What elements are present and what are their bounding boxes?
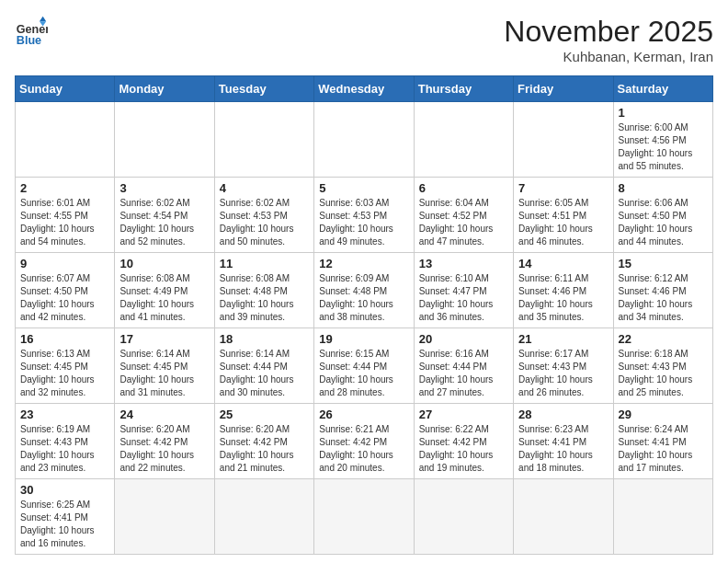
calendar-cell	[414, 102, 513, 178]
calendar-cell: 22Sunrise: 6:18 AM Sunset: 4:43 PM Dayli…	[613, 328, 712, 404]
day-info: Sunrise: 6:22 AM Sunset: 4:42 PM Dayligh…	[419, 423, 508, 475]
calendar-cell: 3Sunrise: 6:02 AM Sunset: 4:54 PM Daylig…	[115, 178, 214, 253]
calendar-week-row: 30Sunrise: 6:25 AM Sunset: 4:41 PM Dayli…	[16, 479, 713, 555]
day-number: 4	[220, 181, 309, 195]
day-number: 1	[619, 106, 708, 120]
calendar-cell: 21Sunrise: 6:17 AM Sunset: 4:43 PM Dayli…	[514, 328, 613, 404]
calendar-table: SundayMondayTuesdayWednesdayThursdayFrid…	[15, 75, 713, 555]
day-number: 6	[419, 181, 508, 195]
calendar-week-row: 2Sunrise: 6:01 AM Sunset: 4:55 PM Daylig…	[16, 178, 713, 253]
month-title: November 2025	[504, 15, 713, 49]
day-info: Sunrise: 6:20 AM Sunset: 4:42 PM Dayligh…	[119, 423, 209, 475]
calendar-cell: 1Sunrise: 6:00 AM Sunset: 4:56 PM Daylig…	[613, 102, 712, 178]
day-number: 13	[419, 257, 508, 270]
day-number: 3	[119, 181, 209, 195]
day-number: 30	[20, 483, 109, 497]
calendar-cell: 15Sunrise: 6:12 AM Sunset: 4:46 PM Dayli…	[613, 253, 712, 328]
day-number: 11	[220, 257, 309, 270]
calendar-cell	[214, 102, 313, 178]
day-number: 21	[518, 332, 608, 346]
day-info: Sunrise: 6:10 AM Sunset: 4:47 PM Dayligh…	[419, 272, 508, 324]
day-info: Sunrise: 6:14 AM Sunset: 4:45 PM Dayligh…	[119, 348, 209, 399]
day-info: Sunrise: 6:07 AM Sunset: 4:50 PM Dayligh…	[20, 272, 109, 324]
day-info: Sunrise: 6:14 AM Sunset: 4:44 PM Dayligh…	[220, 348, 309, 399]
day-info: Sunrise: 6:04 AM Sunset: 4:52 PM Dayligh…	[419, 197, 508, 248]
day-info: Sunrise: 6:13 AM Sunset: 4:45 PM Dayligh…	[20, 348, 109, 399]
logo: General Blue	[15, 15, 48, 48]
day-number: 23	[20, 408, 109, 421]
day-number: 10	[119, 257, 209, 270]
calendar-cell: 30Sunrise: 6:25 AM Sunset: 4:41 PM Dayli…	[16, 479, 115, 555]
calendar-week-row: 1Sunrise: 6:00 AM Sunset: 4:56 PM Daylig…	[16, 102, 713, 178]
day-info: Sunrise: 6:06 AM Sunset: 4:50 PM Dayligh…	[619, 197, 708, 248]
day-number: 14	[518, 257, 608, 270]
calendar-cell	[314, 102, 414, 178]
day-info: Sunrise: 6:21 AM Sunset: 4:42 PM Dayligh…	[319, 423, 408, 475]
calendar-cell: 24Sunrise: 6:20 AM Sunset: 4:42 PM Dayli…	[115, 404, 214, 479]
day-info: Sunrise: 6:02 AM Sunset: 4:54 PM Dayligh…	[119, 197, 209, 248]
page-header: General Blue November 2025 Kuhbanan, Ker…	[15, 15, 713, 64]
calendar-cell: 12Sunrise: 6:09 AM Sunset: 4:48 PM Dayli…	[314, 253, 414, 328]
calendar-cell: 14Sunrise: 6:11 AM Sunset: 4:46 PM Dayli…	[514, 253, 613, 328]
day-info: Sunrise: 6:16 AM Sunset: 4:44 PM Dayligh…	[419, 348, 508, 399]
calendar-cell: 29Sunrise: 6:24 AM Sunset: 4:41 PM Dayli…	[613, 404, 712, 479]
calendar-cell: 10Sunrise: 6:08 AM Sunset: 4:49 PM Dayli…	[115, 253, 214, 328]
day-number: 18	[220, 332, 309, 346]
calendar-cell	[115, 479, 214, 555]
day-number: 24	[119, 408, 209, 421]
calendar-cell	[414, 479, 513, 555]
calendar-cell: 5Sunrise: 6:03 AM Sunset: 4:53 PM Daylig…	[314, 178, 414, 253]
svg-text:Blue: Blue	[17, 34, 41, 47]
calendar-day-header: Sunday	[16, 76, 115, 102]
calendar-cell	[115, 102, 214, 178]
calendar-week-row: 9Sunrise: 6:07 AM Sunset: 4:50 PM Daylig…	[16, 253, 713, 328]
day-info: Sunrise: 6:17 AM Sunset: 4:43 PM Dayligh…	[518, 348, 608, 399]
calendar-cell: 25Sunrise: 6:20 AM Sunset: 4:42 PM Dayli…	[214, 404, 313, 479]
day-number: 29	[619, 408, 708, 421]
calendar-day-header: Wednesday	[314, 76, 414, 102]
day-number: 2	[20, 181, 109, 195]
day-number: 8	[619, 181, 708, 195]
day-number: 25	[220, 408, 309, 421]
day-info: Sunrise: 6:11 AM Sunset: 4:46 PM Dayligh…	[518, 272, 608, 324]
calendar-day-header: Saturday	[613, 76, 712, 102]
day-info: Sunrise: 6:24 AM Sunset: 4:41 PM Dayligh…	[619, 423, 708, 475]
day-info: Sunrise: 6:02 AM Sunset: 4:53 PM Dayligh…	[220, 197, 309, 248]
day-number: 19	[319, 332, 408, 346]
calendar-week-row: 23Sunrise: 6:19 AM Sunset: 4:43 PM Dayli…	[16, 404, 713, 479]
title-block: November 2025 Kuhbanan, Kerman, Iran	[504, 15, 713, 64]
day-number: 17	[119, 332, 209, 346]
day-info: Sunrise: 6:25 AM Sunset: 4:41 PM Dayligh…	[20, 499, 109, 550]
calendar-cell: 20Sunrise: 6:16 AM Sunset: 4:44 PM Dayli…	[414, 328, 513, 404]
day-info: Sunrise: 6:08 AM Sunset: 4:48 PM Dayligh…	[220, 272, 309, 324]
calendar-cell: 26Sunrise: 6:21 AM Sunset: 4:42 PM Dayli…	[314, 404, 414, 479]
calendar-cell: 19Sunrise: 6:15 AM Sunset: 4:44 PM Dayli…	[314, 328, 414, 404]
calendar-cell	[514, 102, 613, 178]
day-number: 22	[619, 332, 708, 346]
calendar-cell: 9Sunrise: 6:07 AM Sunset: 4:50 PM Daylig…	[16, 253, 115, 328]
day-info: Sunrise: 6:19 AM Sunset: 4:43 PM Dayligh…	[20, 423, 109, 475]
day-info: Sunrise: 6:09 AM Sunset: 4:48 PM Dayligh…	[319, 272, 408, 324]
calendar-cell: 11Sunrise: 6:08 AM Sunset: 4:48 PM Dayli…	[214, 253, 313, 328]
calendar-cell: 6Sunrise: 6:04 AM Sunset: 4:52 PM Daylig…	[414, 178, 513, 253]
calendar-header-row: SundayMondayTuesdayWednesdayThursdayFrid…	[16, 76, 713, 102]
day-info: Sunrise: 6:23 AM Sunset: 4:41 PM Dayligh…	[518, 423, 608, 475]
day-info: Sunrise: 6:03 AM Sunset: 4:53 PM Dayligh…	[319, 197, 408, 248]
day-number: 5	[319, 181, 408, 195]
day-number: 15	[619, 257, 708, 270]
day-number: 7	[518, 181, 608, 195]
day-number: 12	[319, 257, 408, 270]
day-number: 27	[419, 408, 508, 421]
day-info: Sunrise: 6:20 AM Sunset: 4:42 PM Dayligh…	[220, 423, 309, 475]
calendar-cell: 2Sunrise: 6:01 AM Sunset: 4:55 PM Daylig…	[16, 178, 115, 253]
calendar-cell: 27Sunrise: 6:22 AM Sunset: 4:42 PM Dayli…	[414, 404, 513, 479]
calendar-cell: 7Sunrise: 6:05 AM Sunset: 4:51 PM Daylig…	[514, 178, 613, 253]
calendar-cell: 4Sunrise: 6:02 AM Sunset: 4:53 PM Daylig…	[214, 178, 313, 253]
calendar-cell	[16, 102, 115, 178]
calendar-day-header: Friday	[514, 76, 613, 102]
svg-marker-2	[40, 17, 46, 21]
calendar-day-header: Monday	[115, 76, 214, 102]
day-info: Sunrise: 6:00 AM Sunset: 4:56 PM Dayligh…	[619, 121, 708, 173]
day-number: 26	[319, 408, 408, 421]
location-subtitle: Kuhbanan, Kerman, Iran	[504, 49, 713, 64]
